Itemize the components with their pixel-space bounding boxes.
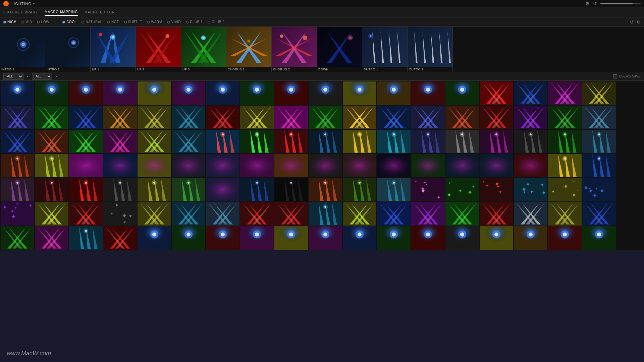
top-thumb-down[interactable]: DOWN xyxy=(317,27,362,72)
grid-cell-57[interactable] xyxy=(103,154,137,177)
filter-cool[interactable]: COOL xyxy=(62,20,76,24)
grid-cell-39[interactable] xyxy=(103,130,137,153)
grid-cell-76[interactable] xyxy=(138,178,171,201)
grid-cell-4[interactable] xyxy=(138,81,171,105)
grid-cell-54[interactable] xyxy=(1,154,34,177)
filter-low[interactable]: LOW xyxy=(37,20,49,24)
grid-cell-66[interactable] xyxy=(411,154,445,177)
top-thumb-up3[interactable]: UP 3 xyxy=(181,27,226,72)
grid-cell-31[interactable] xyxy=(445,106,479,129)
grid-cell-106[interactable] xyxy=(548,202,582,226)
grid-cell-24[interactable] xyxy=(206,106,239,129)
grid-cell-68[interactable] xyxy=(480,154,513,177)
grid-cell-70[interactable] xyxy=(548,154,582,177)
grid-cell-88[interactable] xyxy=(548,178,582,201)
grid-cell-19[interactable] xyxy=(35,106,68,129)
grid-cell-120[interactable] xyxy=(411,226,445,250)
grid-cell-22[interactable] xyxy=(138,106,171,129)
filter-hot[interactable]: HOT xyxy=(107,20,119,24)
grid-cell-116[interactable] xyxy=(274,226,308,250)
grid-cell-90[interactable] xyxy=(1,202,34,226)
grid-cell-87[interactable] xyxy=(514,178,547,201)
grid-cell-124[interactable] xyxy=(548,226,582,250)
grid-cell-89[interactable] xyxy=(582,178,616,201)
undo-icon[interactable]: ↺ xyxy=(630,19,634,25)
filter-vivid[interactable]: VIVID xyxy=(167,20,181,24)
grid-cell-15[interactable] xyxy=(514,81,547,105)
grid-cell-83[interactable] xyxy=(377,178,411,201)
grid-cell-91[interactable] xyxy=(35,202,68,226)
grid-cell-69[interactable] xyxy=(514,154,547,177)
grid-cell-5[interactable] xyxy=(172,81,205,105)
grid-cell-62[interactable] xyxy=(274,154,308,177)
grid-cell-0[interactable] xyxy=(1,81,34,105)
grid-cell-118[interactable] xyxy=(343,226,376,250)
grid-cell-58[interactable] xyxy=(138,154,171,177)
grid-cell-26[interactable] xyxy=(274,106,308,129)
grid-cell-98[interactable] xyxy=(274,202,308,226)
grid-cell-43[interactable] xyxy=(240,130,274,153)
grid-cell-7[interactable] xyxy=(240,81,274,105)
grid-cell-111[interactable] xyxy=(103,226,137,250)
grid-cell-114[interactable] xyxy=(206,226,239,250)
grid-cell-85[interactable] xyxy=(445,178,479,201)
grid-cell-100[interactable] xyxy=(343,202,376,226)
grid-cell-32[interactable] xyxy=(480,106,513,129)
grid-cell-80[interactable] xyxy=(274,178,308,201)
redo-icon[interactable]: ↻ xyxy=(637,19,641,25)
grid-cell-109[interactable] xyxy=(35,226,68,250)
grid-cell-48[interactable] xyxy=(411,130,445,153)
grid-cell-38[interactable] xyxy=(69,130,103,153)
filter-club2[interactable]: CLUB 2 xyxy=(208,20,224,24)
grid-cell-71[interactable] xyxy=(582,154,616,177)
top-thumb-outro1[interactable]: OUTRO 1 xyxy=(362,27,408,72)
grid-cell-72[interactable] xyxy=(1,178,34,201)
grid-cell-61[interactable] xyxy=(240,154,274,177)
grid-cell-115[interactable] xyxy=(240,226,274,250)
grid-cell-75[interactable] xyxy=(103,178,137,201)
grid-cell-94[interactable] xyxy=(138,202,171,226)
grid-cell-112[interactable] xyxy=(138,226,171,250)
grid-cell-107[interactable] xyxy=(582,202,616,226)
grid-cell-40[interactable] xyxy=(138,130,171,153)
top-thumb-chorus1[interactable]: CHORUS 1 xyxy=(226,27,272,72)
grid-cell-21[interactable] xyxy=(103,106,137,129)
grid-cell-55[interactable] xyxy=(35,154,68,177)
grid-cell-35[interactable] xyxy=(582,106,616,129)
grid-cell-99[interactable] xyxy=(309,202,342,226)
grid-cell-3[interactable] xyxy=(103,81,137,105)
refresh-icon[interactable]: ↺ xyxy=(593,1,597,6)
grid-cell-2[interactable] xyxy=(69,81,103,105)
top-thumb-intro1[interactable]: INTRO 1 xyxy=(0,27,45,72)
grid-cell-123[interactable] xyxy=(514,226,547,250)
grid-cell-8[interactable] xyxy=(274,81,308,105)
grid-cell-121[interactable] xyxy=(445,226,479,250)
grid-cell-122[interactable] xyxy=(480,226,513,250)
grid-cell-84[interactable] xyxy=(411,178,445,201)
grid-cell-97[interactable] xyxy=(240,202,274,226)
grid-cell-67[interactable] xyxy=(445,154,479,177)
grid-cell-104[interactable] xyxy=(480,202,513,226)
grid-cell-28[interactable] xyxy=(343,106,376,129)
grid-cell-102[interactable] xyxy=(411,202,445,226)
filter-subtle[interactable]: SUBTLE xyxy=(124,20,142,24)
grid-cell-16[interactable] xyxy=(548,81,582,105)
grid-cell-51[interactable] xyxy=(514,130,547,153)
grid-cell-17[interactable] xyxy=(582,81,616,105)
grid-cell-117[interactable] xyxy=(309,226,342,250)
grid-cell-30[interactable] xyxy=(411,106,445,129)
grid-cell-63[interactable] xyxy=(309,154,342,177)
grid-cell-25[interactable] xyxy=(240,106,274,129)
filter-natural[interactable]: NATURAL xyxy=(82,20,102,24)
grid-cell-125[interactable] xyxy=(582,226,616,250)
grid-cell-65[interactable] xyxy=(377,154,411,177)
grid-cell-82[interactable] xyxy=(343,178,376,201)
grid-cell-23[interactable] xyxy=(172,106,205,129)
filter-mid[interactable]: MID xyxy=(21,20,32,24)
user-save-checkbox[interactable] xyxy=(613,74,617,78)
grid-cell-93[interactable] xyxy=(103,202,137,226)
grid-cell-13[interactable] xyxy=(445,81,479,105)
grid-cell-103[interactable] xyxy=(445,202,479,226)
grid-cell-101[interactable] xyxy=(377,202,411,226)
grid-cell-95[interactable] xyxy=(172,202,205,226)
